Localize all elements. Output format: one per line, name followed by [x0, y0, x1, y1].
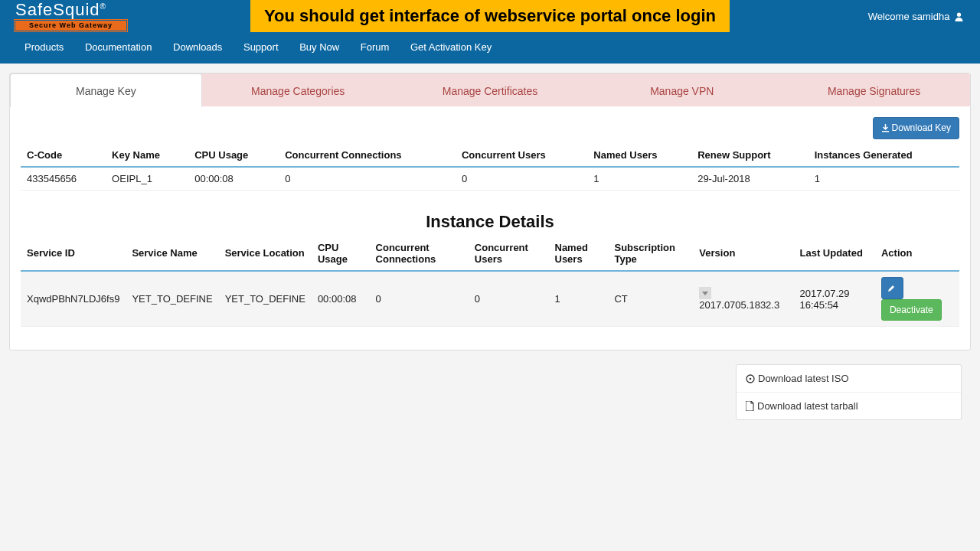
cell-service-name: YET_TO_DEFINE: [126, 271, 218, 327]
deactivate-button[interactable]: Deactivate: [881, 299, 942, 321]
col-subscription-type: Subscription Type: [608, 236, 693, 271]
downloads-card: Download latest ISO Download latest tarb…: [736, 364, 962, 420]
disc-icon: [746, 374, 755, 383]
cell-ccode: 433545656: [21, 167, 106, 191]
cell-named: 1: [549, 271, 609, 327]
col-cpu: CPU Usage: [188, 144, 279, 167]
page: Manage Key Manage Categories Manage Cert…: [0, 64, 980, 429]
cell-action: Deactivate: [875, 271, 959, 327]
col-last-updated: Last Updated: [793, 236, 874, 271]
svg-point-0: [957, 13, 961, 17]
cell-service-id: XqwdPBhN7LDJ6fs9: [21, 271, 126, 327]
topbar: SafeSquid® Secure Web Gateway You should…: [0, 0, 980, 64]
col-users: Concurrent Users: [456, 144, 587, 167]
tab-manage-certificates[interactable]: Manage Certificates: [394, 73, 586, 106]
logo[interactable]: SafeSquid® Secure Web Gateway: [15, 0, 126, 31]
cell-users: 0: [469, 271, 549, 327]
cell-version: 2017.0705.1832.3: [693, 271, 793, 327]
cell-keyname: OEIPL_1: [106, 167, 188, 191]
col-action: Action: [875, 236, 959, 271]
welcome-user[interactable]: Welcome samidha: [868, 11, 963, 22]
cell-updated: 2017.07.29 16:45:54: [793, 271, 874, 327]
col-instances: Instances Generated: [808, 144, 959, 167]
col-keyname: Key Name: [106, 144, 188, 167]
col-version: Version: [693, 236, 793, 271]
col-service-id: Service ID: [21, 236, 126, 271]
cell-service-location: YET_TO_DEFINE: [219, 271, 312, 327]
col-named-users: Named Users: [549, 236, 609, 271]
key-row: 433545656 OEIPL_1 00:00:08 0 0 1 29-Jul-…: [21, 167, 959, 191]
nav-products[interactable]: Products: [15, 37, 73, 57]
svg-point-2: [750, 378, 752, 380]
tab-manage-categories[interactable]: Manage Categories: [202, 73, 394, 106]
key-table: C-Code Key Name CPU Usage Concurrent Con…: [21, 144, 959, 191]
col-named: Named Users: [587, 144, 691, 167]
col-concurrent-users: Concurrent Users: [469, 236, 549, 271]
dropdown-icon[interactable]: [699, 287, 711, 299]
cell-named: 1: [587, 167, 691, 191]
download-tarball-label: Download latest tarball: [757, 400, 858, 412]
nav-downloads[interactable]: Downloads: [164, 37, 231, 57]
nav-activation-key[interactable]: Get Activation Key: [401, 37, 501, 57]
logo-text: SafeSquid®: [15, 2, 126, 18]
col-concurrent-conn: Concurrent Connections: [370, 236, 469, 271]
cell-conn: 0: [370, 271, 469, 327]
cell-users: 0: [456, 167, 587, 191]
download-icon: [881, 124, 890, 132]
tab-manage-vpn[interactable]: Manage VPN: [586, 73, 778, 106]
edit-button[interactable]: [881, 277, 903, 299]
col-service-location: Service Location: [219, 236, 312, 271]
welcome-label: Welcome samidha: [868, 11, 950, 22]
main-panel: Manage Key Manage Categories Manage Cert…: [9, 73, 971, 350]
col-cpu-usage: CPU Usage: [312, 236, 370, 271]
col-service-name: Service Name: [126, 236, 218, 271]
cell-instances: 1: [808, 167, 959, 191]
cell-cpu: 00:00:08: [312, 271, 370, 327]
cell-subtype: CT: [608, 271, 693, 327]
tab-manage-signatures[interactable]: Manage Signatures: [778, 73, 970, 106]
nav-buy-now[interactable]: Buy Now: [290, 37, 348, 57]
file-icon: [746, 401, 754, 411]
col-renew: Renew Support: [691, 144, 808, 167]
nav-documentation[interactable]: Documentation: [76, 37, 161, 57]
nav-forum[interactable]: Forum: [351, 37, 399, 57]
user-icon: [955, 12, 963, 21]
logo-tagline: Secure Web Gateway: [15, 21, 126, 31]
download-key-button[interactable]: Download Key: [873, 117, 959, 139]
cell-renew: 29-Jul-2018: [691, 167, 808, 191]
instance-details-title: Instance Details: [21, 212, 959, 232]
instance-row: XqwdPBhN7LDJ6fs9 YET_TO_DEFINE YET_TO_DE…: [21, 271, 959, 327]
pencil-icon: [887, 285, 895, 292]
col-ccode: C-Code: [21, 144, 106, 167]
col-conn: Concurrent Connections: [279, 144, 456, 167]
tab-bar: Manage Key Manage Categories Manage Cert…: [10, 73, 970, 106]
download-key-label: Download Key: [892, 122, 951, 133]
notice-banner: You should get interface of webservice p…: [250, 0, 730, 32]
tab-manage-key[interactable]: Manage Key: [10, 73, 202, 107]
main-nav: Products Documentation Downloads Support…: [0, 37, 980, 64]
download-iso-link[interactable]: Download latest ISO: [737, 365, 961, 393]
nav-support[interactable]: Support: [234, 37, 288, 57]
download-tarball-link[interactable]: Download latest tarball: [737, 393, 961, 419]
download-iso-label: Download latest ISO: [758, 373, 849, 384]
instance-table: Service ID Service Name Service Location…: [21, 236, 959, 328]
cell-cpu: 00:00:08: [188, 167, 279, 191]
cell-conn: 0: [279, 167, 456, 191]
